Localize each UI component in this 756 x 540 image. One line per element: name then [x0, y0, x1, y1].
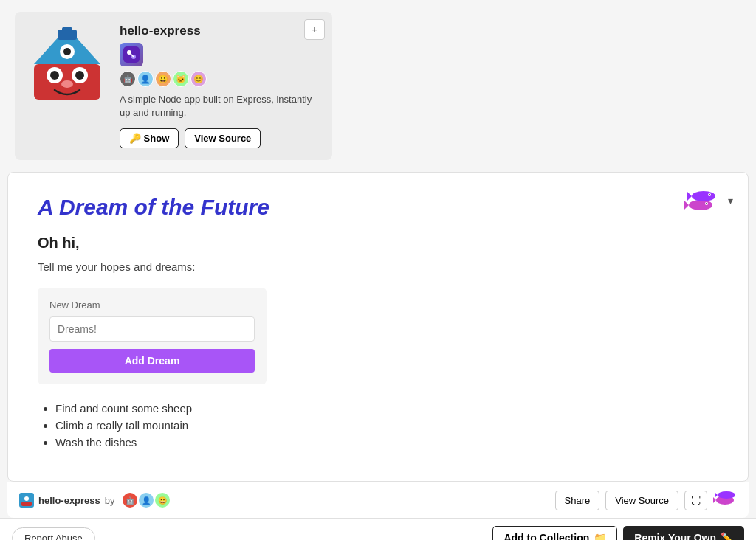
bottom-avatar-2: 👤	[139, 493, 154, 508]
svg-marker-20	[687, 192, 692, 201]
subtitle: Tell me your hopes and dreams:	[38, 260, 718, 273]
fish-button[interactable]: ▾	[684, 187, 733, 213]
greeting: Oh hi,	[38, 235, 718, 252]
add-to-collection-button[interactable]: Add to Collection 📁	[492, 526, 617, 540]
bottom-app-name: hello-express	[38, 495, 100, 506]
bottom-avatars: 🤖 👤 😀	[123, 493, 170, 508]
svg-point-7	[50, 71, 59, 80]
share-button[interactable]: Share	[555, 491, 600, 510]
collection-icon: 📁	[594, 532, 606, 540]
bookmark-button[interactable]: +	[304, 19, 325, 40]
bottom-app-icon	[19, 493, 34, 508]
svg-point-28	[718, 491, 735, 499]
bookmark-icon: +	[312, 24, 317, 35]
main-content: ▾ A Dream of the Future Oh hi, Tell me y…	[7, 172, 749, 482]
svg-point-4	[63, 48, 71, 55]
avatar-1: 🤖	[120, 71, 136, 87]
svg-point-15	[689, 200, 712, 210]
dream-input[interactable]	[49, 316, 255, 342]
avatar-4: 🐱	[173, 71, 189, 87]
dream-form: New Dream Add Dream	[38, 288, 267, 384]
svg-rect-25	[21, 502, 32, 506]
svg-point-18	[706, 203, 707, 204]
project-buttons: 🔑 Show View Source	[120, 128, 320, 148]
view-source-button-bottom[interactable]: View Source	[605, 491, 678, 510]
bottom-left: hello-express by 🤖 👤 😀	[19, 493, 170, 508]
top-area: hello-express 🤖 👤 😀 🐱 😊 A s	[0, 0, 756, 172]
avatar-2: 👤	[137, 71, 154, 87]
by-text: by	[105, 495, 115, 506]
svg-marker-16	[684, 201, 689, 210]
svg-point-24	[24, 496, 29, 501]
fullscreen-button[interactable]: ⛶	[684, 491, 707, 510]
fish-dropdown-icon: ▾	[728, 195, 733, 207]
svg-rect-2	[62, 27, 72, 32]
footer-right: Add to Collection 📁 Remix Your Own ✏️	[492, 526, 744, 540]
remix-icon: ✏️	[721, 532, 733, 540]
bottom-right: Share View Source ⛶	[555, 490, 737, 510]
list-item: Wash the dishes	[55, 436, 718, 449]
svg-point-22	[709, 194, 710, 195]
footer-bar: Report Abuse Add to Collection 📁 Remix Y…	[0, 518, 756, 540]
bottom-fish-icon[interactable]	[713, 490, 737, 510]
project-description: A simple Node app built on Express, inst…	[120, 93, 320, 120]
form-label: New Dream	[49, 300, 255, 311]
add-dream-button[interactable]: Add Dream	[49, 349, 255, 373]
collection-label: Add to Collection	[504, 532, 589, 540]
project-card: hello-express 🤖 👤 😀 🐱 😊 A s	[15, 12, 332, 160]
list-item: Find and count some sheep	[55, 402, 718, 415]
list-item: Climb a really tall mountain	[55, 419, 718, 432]
avatar-3: 😀	[155, 71, 171, 87]
svg-point-9	[75, 71, 84, 80]
project-info: hello-express 🤖 👤 😀 🐱 😊 A s	[120, 24, 320, 148]
page-title: A Dream of the Future	[38, 195, 718, 220]
remix-button[interactable]: Remix Your Own ✏️	[623, 526, 744, 540]
project-title: hello-express	[120, 24, 320, 38]
svg-point-19	[692, 191, 715, 201]
bottom-avatar-3: 😀	[155, 493, 170, 508]
bottom-bar: hello-express by 🤖 👤 😀 Share View Source…	[7, 482, 749, 518]
project-thumbnail	[27, 24, 108, 105]
project-avatars: 🤖 👤 😀 🐱 😊	[120, 71, 320, 87]
fullscreen-icon: ⛶	[691, 495, 701, 506]
report-abuse-button[interactable]: Report Abuse	[12, 527, 95, 540]
view-source-button-card[interactable]: View Source	[185, 128, 261, 148]
svg-marker-27	[713, 497, 716, 503]
remix-label: Remix Your Own	[634, 532, 716, 540]
svg-point-10	[61, 80, 73, 88]
show-button[interactable]: 🔑 Show	[120, 128, 179, 148]
project-app-icon	[120, 43, 143, 66]
svg-marker-29	[715, 492, 718, 498]
bottom-avatar-1: 🤖	[123, 493, 137, 508]
dreams-list: Find and count some sheep Climb a really…	[38, 402, 718, 449]
avatar-5: 😊	[190, 71, 207, 87]
